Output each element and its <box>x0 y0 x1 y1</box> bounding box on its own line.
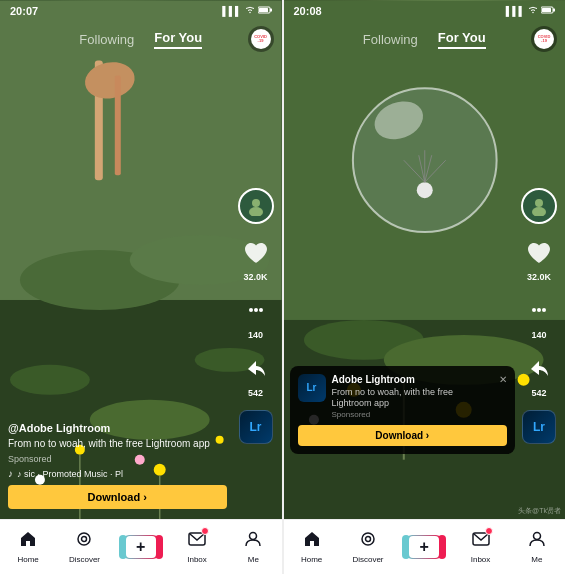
left-like-icon <box>239 236 273 270</box>
left-status-icons: ▌▌▌ <box>222 6 271 16</box>
svg-point-60 <box>533 533 540 540</box>
svg-rect-51 <box>542 8 551 12</box>
right-comment-count: 140 <box>531 330 546 340</box>
left-me-nav[interactable]: Me <box>225 530 281 564</box>
svg-point-27 <box>78 533 90 545</box>
right-home-nav[interactable]: Home <box>284 530 340 564</box>
right-like-count: 32.0K <box>527 272 551 282</box>
right-like-item[interactable]: 32.0K <box>522 236 556 282</box>
left-comment-icon <box>239 294 273 328</box>
right-ad-sponsored: Sponsored <box>332 410 494 419</box>
left-sponsored: Sponsored <box>8 454 227 464</box>
right-ad-card: Lr Adobe Lightroom From no to woah, with… <box>290 366 516 454</box>
right-inbox-icon <box>472 530 490 553</box>
left-inbox-icon <box>188 530 206 553</box>
left-download-button[interactable]: Download › <box>8 485 227 509</box>
right-comment-item[interactable]: 140 <box>522 294 556 340</box>
right-ad-close-button[interactable]: ✕ <box>499 374 507 385</box>
svg-point-58 <box>365 537 370 542</box>
right-share-count: 542 <box>531 388 546 398</box>
svg-point-28 <box>82 537 87 542</box>
right-action-buttons: 32.0K 140 542 Lr <box>521 188 557 444</box>
watermark: 头条@Tk贤者 <box>518 506 561 516</box>
svg-rect-21 <box>259 8 268 12</box>
right-me-icon <box>528 530 546 553</box>
svg-point-52 <box>535 199 543 207</box>
svg-point-22 <box>252 199 260 207</box>
right-like-icon <box>522 236 556 270</box>
left-avatar-item <box>238 188 274 224</box>
left-discover-label: Discover <box>69 555 100 564</box>
right-for-you-tab[interactable]: For You <box>438 30 486 49</box>
left-discover-nav[interactable]: Discover <box>56 530 112 564</box>
left-music-row: ♪ ♪ sic · Promoted Music · Pl <box>8 468 227 479</box>
left-time: 20:07 <box>10 5 38 17</box>
left-top-nav: Following For You <box>0 24 282 55</box>
left-home-nav[interactable]: Home <box>0 530 56 564</box>
svg-point-57 <box>362 533 374 545</box>
left-description: From no to woah, with the free Lightroom… <box>8 437 227 450</box>
right-add-nav[interactable]: + <box>396 535 452 559</box>
right-me-nav[interactable]: Me <box>509 530 565 564</box>
left-share-item[interactable]: 542 <box>239 352 273 398</box>
phones-container: 20:07 ▌▌▌ Following For You COVID-19 <box>0 0 565 574</box>
left-share-icon <box>239 352 273 386</box>
left-add-icon: + <box>136 538 145 556</box>
right-share-item[interactable]: 542 <box>522 352 556 398</box>
right-comment-icon <box>522 294 556 328</box>
left-lr-logo: Lr <box>239 410 273 444</box>
left-covid-badge[interactable]: COVID-19 <box>248 26 274 52</box>
left-creator: @Adobe Lightroom <box>8 422 227 434</box>
left-following-tab[interactable]: Following <box>79 32 134 47</box>
left-covid-inner: COVID-19 <box>251 29 271 49</box>
svg-point-30 <box>250 533 257 540</box>
svg-point-53 <box>532 207 546 216</box>
right-home-icon <box>303 530 321 553</box>
right-home-label: Home <box>301 555 322 564</box>
left-inbox-badge <box>201 527 209 535</box>
right-inbox-label: Inbox <box>471 555 491 564</box>
right-lr-item: Lr <box>522 410 556 444</box>
right-avatar[interactable] <box>521 188 557 224</box>
left-home-icon <box>19 530 37 553</box>
svg-rect-18 <box>115 75 121 175</box>
right-add-button[interactable]: + <box>406 535 442 559</box>
right-time: 20:08 <box>294 5 322 17</box>
left-discover-icon <box>75 530 93 553</box>
svg-point-1 <box>10 365 90 395</box>
right-add-inner: + <box>409 536 439 558</box>
right-covid-inner: COVID-19 <box>534 29 554 49</box>
svg-point-26 <box>259 308 263 312</box>
right-ad-download-text: Download › <box>375 430 429 441</box>
right-add-icon: + <box>420 538 429 556</box>
right-ad-download-button[interactable]: Download › <box>298 425 508 446</box>
left-inbox-nav[interactable]: Inbox <box>169 530 225 564</box>
left-add-nav[interactable]: + <box>113 535 169 559</box>
left-like-item[interactable]: 32.0K <box>239 236 273 282</box>
left-covid-text: COVID-19 <box>254 35 267 44</box>
svg-point-24 <box>249 308 253 312</box>
left-inbox-label: Inbox <box>187 555 207 564</box>
right-inbox-nav[interactable]: Inbox <box>452 530 508 564</box>
left-status-bar: 20:07 ▌▌▌ <box>0 0 282 22</box>
right-covid-badge[interactable]: COVID-19 <box>531 26 557 52</box>
left-for-you-tab[interactable]: For You <box>154 30 202 49</box>
right-ad-description: From no to woah, with the free Lightroom… <box>332 387 494 410</box>
right-avatar-item <box>521 188 557 224</box>
right-ad-lr-icon: Lr <box>298 374 326 402</box>
svg-point-43 <box>416 182 432 198</box>
left-music-text: ♪ sic · Promoted Music · Pl <box>17 469 123 479</box>
right-discover-nav[interactable]: Discover <box>340 530 396 564</box>
right-following-tab[interactable]: Following <box>363 32 418 47</box>
left-wifi-icon <box>245 6 255 16</box>
right-ad-text: Adobe Lightroom From no to woah, with th… <box>332 374 494 419</box>
left-add-button[interactable]: + <box>123 535 159 559</box>
right-wifi-icon <box>528 6 538 16</box>
left-music-icon: ♪ <box>8 468 13 479</box>
left-comment-item[interactable]: 140 <box>239 294 273 340</box>
left-me-label: Me <box>248 555 259 564</box>
left-avatar[interactable] <box>238 188 274 224</box>
right-bottom-nav: Home Discover + Inbox <box>284 519 566 574</box>
left-share-count: 542 <box>248 388 263 398</box>
left-phone: 20:07 ▌▌▌ Following For You COVID-19 <box>0 0 282 574</box>
